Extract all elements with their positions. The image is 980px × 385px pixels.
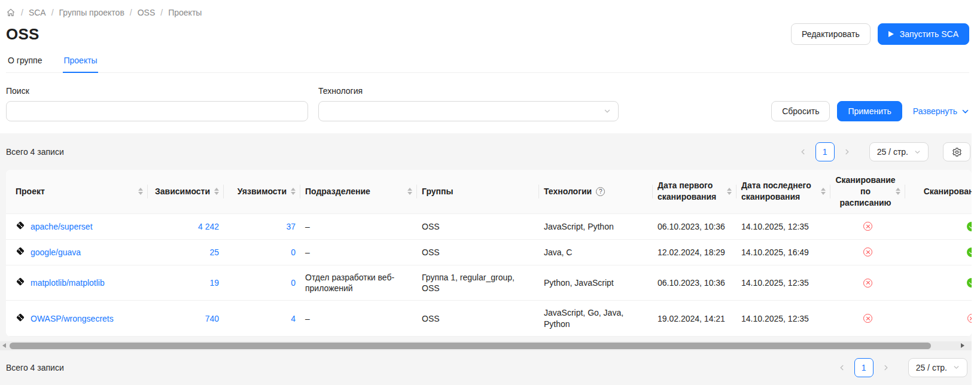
breadcrumb-item-oss[interactable]: OSS — [138, 8, 156, 17]
page-number-button[interactable]: 1 — [815, 142, 835, 161]
breadcrumb-separator: / — [21, 8, 23, 17]
first-scan-date-cell: 12.02.2024, 18:29 — [658, 247, 725, 258]
technologies-cell: Python, JavaScript — [544, 277, 614, 288]
groups-cell: OSS — [422, 247, 440, 258]
project-link[interactable]: google/guava — [31, 247, 81, 258]
technologies-cell: JavaScript, Go, Java, Python — [544, 307, 648, 329]
table-section: Всего 4 записи 1 25 / стр. Проект — [0, 133, 980, 385]
expand-filters-label: Развернуть — [913, 106, 957, 116]
pagination-bottom: 1 25 / стр. — [834, 358, 967, 377]
column-header-hash-scan: Сканирование с хэшем — [905, 170, 972, 213]
table-toolbar: Всего 4 записи 1 25 / стр. — [0, 142, 980, 162]
table-footer: Всего 4 записи 1 25 / стр. — [0, 350, 980, 377]
reset-button[interactable]: Сбросить — [771, 101, 830, 121]
dependencies-count-link[interactable]: 19 — [209, 277, 219, 288]
dependencies-count-link[interactable]: 25 — [209, 247, 219, 258]
breadcrumb-item-sca[interactable]: SCA — [29, 8, 46, 17]
column-header-last-scan-date[interactable]: Дата последнего сканирования — [736, 170, 830, 213]
edit-button[interactable]: Редактировать — [791, 23, 871, 45]
search-label: Поиск — [6, 86, 308, 96]
column-header-division[interactable]: Подразделение — [300, 170, 417, 213]
projects-table: Проект Зависимости Уязвимости Подразделе… — [6, 170, 972, 337]
page-size-select[interactable]: 25 / стр. — [908, 358, 967, 377]
page-header: / SCA / Группы проектов / OSS / Проекты … — [0, 0, 980, 133]
sort-icon — [896, 188, 900, 195]
column-label: Сканирование с хэшем — [924, 186, 972, 197]
breadcrumb-item-projects[interactable]: Проекты — [168, 8, 202, 17]
column-header-vulnerabilities[interactable]: Уязвимости — [224, 170, 300, 213]
run-sca-button[interactable]: Запустить SCA — [878, 23, 969, 45]
chevron-left-icon[interactable] — [795, 142, 811, 161]
groups-cell: Группа 1, regular_group, OSS — [422, 272, 534, 294]
sort-icon — [138, 188, 143, 195]
column-header-project[interactable]: Проект — [6, 170, 148, 213]
pagination-top: 1 25 / стр. — [795, 142, 970, 161]
technology-label: Технология — [318, 86, 619, 96]
sort-icon — [821, 188, 826, 195]
total-records-text: Всего 4 записи — [6, 147, 64, 157]
chevron-right-icon[interactable] — [878, 358, 894, 377]
dependencies-count-link[interactable]: 740 — [205, 313, 219, 324]
close-circle-icon — [967, 314, 972, 323]
column-label: Уязвимости — [238, 186, 287, 197]
close-circle-icon — [863, 279, 872, 288]
column-label: Проект — [16, 186, 45, 197]
vulnerabilities-count-link[interactable]: 4 — [291, 313, 296, 324]
tab-about-group[interactable]: О группе — [7, 52, 42, 72]
table-row: apache/superset 4 242 37 – OSS JavaScrip… — [6, 214, 972, 240]
project-link[interactable]: apache/superset — [31, 221, 93, 232]
vulnerabilities-count-link[interactable]: 37 — [286, 221, 296, 232]
sort-icon — [727, 188, 732, 195]
question-circle-icon[interactable]: ? — [596, 187, 605, 196]
chevron-left-icon[interactable] — [834, 358, 850, 377]
search-input[interactable] — [6, 101, 308, 121]
page-size-select[interactable]: 25 / стр. — [869, 142, 929, 161]
column-header-scheduled-scan[interactable]: Сканирование по расписанию — [830, 170, 905, 213]
column-header-technologies: Технологии ? — [539, 170, 653, 213]
groups-cell: OSS — [422, 221, 440, 232]
window-scrollbar-gutter — [972, 0, 980, 385]
first-scan-date-cell: 06.10.2023, 10:36 — [658, 221, 725, 232]
last-scan-date-cell: 14.10.2025, 16:49 — [741, 247, 809, 258]
column-label: Технологии — [544, 186, 592, 197]
apply-button[interactable]: Применить — [837, 101, 902, 121]
project-link[interactable]: OWASP/wrongsecrets — [31, 313, 114, 324]
first-scan-date-cell: 06.10.2023, 10:36 — [658, 277, 725, 288]
breadcrumb-item-project-groups[interactable]: Группы проектов — [59, 8, 124, 17]
chevron-down-icon — [961, 108, 969, 115]
vulnerabilities-count-link[interactable]: 0 — [291, 277, 296, 288]
column-header-dependencies[interactable]: Зависимости — [148, 170, 224, 213]
table-row: OWASP/wrongsecrets 740 4 – OSS JavaScrip… — [6, 301, 972, 336]
technologies-cell: Java, C — [544, 247, 572, 258]
division-cell: – — [305, 313, 310, 324]
scrollbar-right-arrow-icon[interactable] — [961, 343, 964, 348]
tab-projects[interactable]: Проекты — [63, 52, 98, 73]
run-sca-label: Запустить SCA — [900, 29, 958, 39]
tab-bar: О группе Проекты — [6, 52, 969, 73]
close-circle-icon — [863, 248, 872, 256]
project-link[interactable]: matplotlib/matplotlib — [31, 277, 105, 288]
horizontal-scrollbar[interactable] — [0, 341, 980, 350]
home-icon[interactable] — [6, 8, 16, 17]
breadcrumb-separator: / — [51, 8, 54, 17]
chevron-down-icon — [604, 108, 611, 115]
breadcrumb-separator: / — [160, 8, 163, 17]
git-icon — [16, 313, 25, 325]
page-number-button[interactable]: 1 — [854, 358, 874, 377]
last-scan-date-cell: 14.10.2025, 12:35 — [741, 277, 809, 288]
table-settings-button[interactable] — [943, 142, 970, 161]
sort-icon — [407, 188, 412, 195]
dependencies-count-link[interactable]: 4 242 — [198, 221, 219, 232]
scrollbar-left-arrow-icon[interactable] — [2, 343, 6, 348]
column-header-first-scan-date[interactable]: Дата первого сканирования — [653, 170, 736, 213]
scrollbar-thumb[interactable] — [10, 343, 931, 349]
check-circle-icon — [967, 278, 972, 288]
vulnerabilities-count-link[interactable]: 0 — [291, 247, 296, 258]
expand-filters-button[interactable]: Развернуть — [913, 106, 969, 116]
git-icon — [16, 221, 25, 233]
gear-icon — [952, 147, 962, 157]
technology-select[interactable] — [318, 101, 619, 121]
chevron-right-icon[interactable] — [839, 142, 855, 161]
filters-panel: Поиск Технология Сбросить Применить Разв… — [6, 86, 969, 133]
page-size-value: 25 / стр. — [877, 147, 908, 157]
